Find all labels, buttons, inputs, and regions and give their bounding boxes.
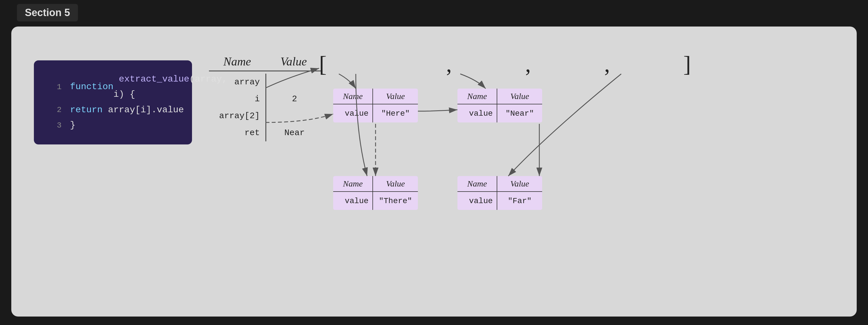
- obj-there-value-header: Value: [373, 176, 418, 191]
- comma-3: ,: [604, 51, 610, 77]
- obj-far-name-header: Name: [458, 176, 497, 191]
- var-value-i: 2: [266, 94, 323, 104]
- var-table-header: Name Value: [209, 55, 323, 68]
- var-row-i: i 2: [209, 91, 323, 107]
- var-row-array: array: [209, 74, 323, 91]
- obj-there-value-cell: "There": [373, 197, 418, 205]
- obj-there-header: Name Value: [333, 176, 418, 191]
- line-num-3: 3: [48, 119, 62, 132]
- obj-there-name-cell: value: [333, 197, 372, 205]
- obj-near-row: value "Near": [458, 104, 542, 123]
- comma-1: ,: [446, 51, 452, 77]
- var-col-value: Value: [266, 55, 322, 68]
- comma-2: ,: [525, 51, 531, 77]
- object-here: Name Value value "Here": [333, 89, 418, 123]
- line-num-1: 1: [48, 80, 62, 94]
- obj-far-header: Name Value: [458, 176, 542, 191]
- line-num-2: 2: [48, 103, 62, 117]
- main-container: 1 function extract_value(array, i) { 2 r…: [11, 27, 857, 317]
- obj-far-value-cell: "Far": [497, 197, 542, 205]
- close-bracket: ]: [683, 51, 691, 77]
- obj-near-header: Name Value: [458, 89, 542, 104]
- var-table: Name Value array i 2 array[2] ret Near: [209, 55, 323, 141]
- var-row-ret: ret Near: [209, 124, 323, 141]
- obj-far-name-cell: value: [458, 197, 497, 205]
- obj-here-row: value "Here": [333, 104, 418, 123]
- var-name-array: array: [209, 77, 266, 87]
- var-name-ret: ret: [209, 128, 266, 138]
- code-line-3: 3 }: [48, 118, 178, 133]
- code-line-1: 1 function extract_value(array, i) {: [48, 72, 178, 102]
- obj-near-value-header: Value: [497, 89, 542, 104]
- code-text-2: array[i].value: [102, 102, 184, 118]
- obj-here-value-cell: "Here": [373, 109, 418, 118]
- var-col-name: Name: [209, 55, 266, 68]
- obj-near-name-cell: value: [458, 109, 497, 118]
- object-near: Name Value value "Near": [458, 89, 542, 123]
- code-text-3: }: [70, 118, 75, 133]
- var-table-divider: [209, 70, 322, 71]
- object-far: Name Value value "Far": [458, 176, 542, 210]
- obj-here-name-cell: value: [333, 109, 372, 118]
- object-there: Name Value value "There": [333, 176, 418, 210]
- obj-near-value-cell: "Near": [497, 109, 542, 118]
- keyword-return: return: [70, 102, 102, 118]
- obj-there-name-header: Name: [333, 176, 372, 191]
- obj-here-value-header: Value: [373, 89, 418, 104]
- var-divider-v-3: [266, 107, 266, 124]
- obj-near-name-header: Name: [458, 89, 497, 104]
- keyword-function: function: [70, 79, 114, 95]
- var-value-ret: Near: [266, 128, 323, 138]
- section-label: Section 5: [17, 4, 78, 22]
- open-bracket: [: [319, 51, 327, 77]
- obj-there-row: value "There": [333, 192, 418, 210]
- obj-here-name-header: Name: [333, 89, 372, 104]
- obj-far-value-header: Value: [497, 176, 542, 191]
- var-row-array2: array[2]: [209, 107, 323, 124]
- var-divider-v-1: [266, 74, 266, 91]
- obj-here-header: Name Value: [333, 89, 418, 104]
- code-block: 1 function extract_value(array, i) { 2 r…: [34, 60, 192, 144]
- var-name-i: i: [209, 94, 266, 104]
- code-line-2: 2 return array[i].value: [48, 102, 178, 118]
- var-name-array2: array[2]: [209, 111, 266, 121]
- obj-far-row: value "Far": [458, 192, 542, 210]
